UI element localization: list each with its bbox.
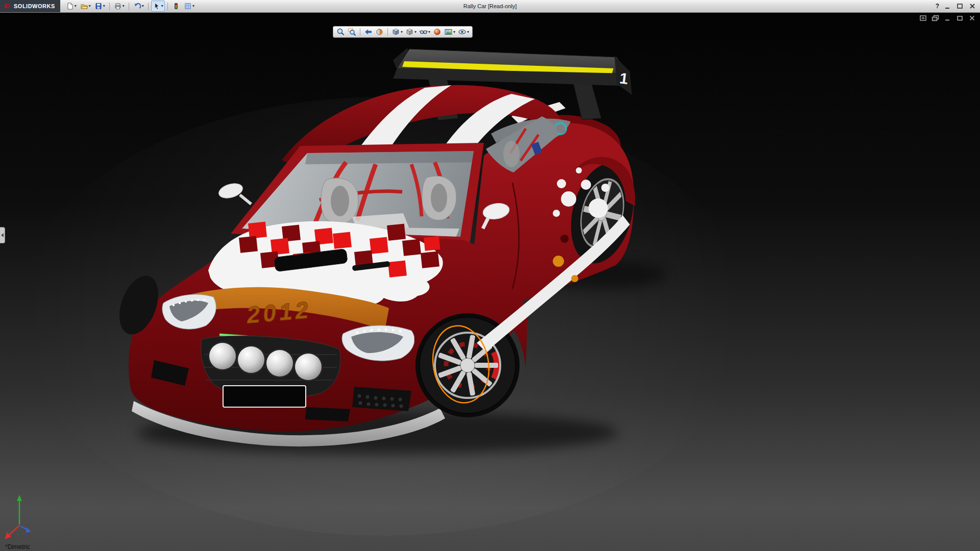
display-style-icon	[405, 28, 414, 36]
window-controls: ?	[936, 3, 980, 10]
previous-view-button[interactable]	[363, 27, 374, 37]
doc-restore-button[interactable]	[956, 15, 964, 21]
view-settings-icon	[458, 28, 467, 36]
doc-close-button[interactable]	[968, 15, 976, 21]
toolbar-separator	[360, 28, 360, 36]
dropdown-arrow-icon[interactable]: ▾	[89, 4, 91, 8]
view-orientation-button[interactable]: ▾	[390, 27, 404, 37]
open-folder-icon	[80, 2, 88, 10]
heads-up-view-toolbar: ▾ ▾ ▾	[333, 26, 473, 38]
view-orientation-label: *Dimetric	[5, 543, 30, 550]
main-toolbar: ▾ ▾ ▾ ▾	[64, 1, 196, 12]
toolbar-separator	[387, 28, 388, 36]
file-properties-icon	[184, 2, 192, 10]
dropdown-arrow-icon[interactable]: ▾	[467, 30, 469, 34]
new-document-button[interactable]: ▾	[64, 1, 78, 12]
hide-show-items-icon	[419, 28, 428, 36]
maximize-button[interactable]	[957, 3, 964, 9]
dropdown-arrow-icon[interactable]: ▾	[161, 4, 163, 8]
scene-canvas[interactable]: 1	[0, 12, 980, 551]
view-settings-button[interactable]: ▾	[457, 27, 470, 37]
license-plate[interactable]	[223, 386, 306, 407]
rally-light-3[interactable]	[266, 350, 293, 377]
dropdown-arrow-icon[interactable]: ▾	[75, 4, 77, 8]
open-document-button[interactable]: ▾	[79, 1, 92, 12]
document-window-controls	[919, 15, 976, 21]
dassault-logo-icon	[3, 2, 11, 10]
rally-light-4[interactable]	[295, 354, 322, 380]
dropdown-arrow-icon[interactable]: ▾	[192, 4, 194, 8]
section-view-button[interactable]	[374, 27, 385, 37]
solidworks-logo: SOLIDWORKS	[0, 0, 60, 12]
rally-light-2[interactable]	[238, 346, 264, 373]
doc-float-button[interactable]	[932, 15, 939, 21]
dropdown-arrow-icon[interactable]: ▾	[103, 4, 105, 8]
zoom-to-fit-icon	[336, 28, 345, 36]
select-button[interactable]: ▾	[151, 1, 165, 12]
help-button[interactable]: ?	[936, 3, 939, 10]
close-button[interactable]	[969, 3, 976, 9]
apply-scene-icon	[444, 28, 453, 36]
toolbar-separator	[109, 3, 110, 10]
apply-scene-button[interactable]: ▾	[443, 27, 456, 37]
undo-button[interactable]: ▾	[132, 1, 145, 12]
dropdown-arrow-icon[interactable]: ▾	[122, 4, 125, 8]
hood-year-decal: 2012	[245, 296, 312, 329]
featuremanager-collapse-tab[interactable]	[0, 227, 5, 243]
toolbar-separator	[148, 3, 149, 10]
chevron-left-icon	[1, 233, 4, 237]
zoom-to-fit-button[interactable]	[335, 27, 346, 37]
dropdown-arrow-icon[interactable]: ▾	[414, 30, 416, 34]
doc-maximize-button[interactable]	[919, 15, 927, 21]
headlight-left[interactable]	[162, 294, 216, 329]
display-style-button[interactable]: ▾	[404, 27, 418, 37]
save-button[interactable]: ▾	[93, 1, 107, 12]
rebuild-icon	[172, 2, 180, 10]
graphics-viewport[interactable]: 1	[0, 12, 980, 551]
app-name: SOLIDWORKS	[14, 3, 55, 9]
hide-show-items-button[interactable]: ▾	[418, 27, 431, 37]
file-properties-button[interactable]: ▾	[182, 1, 196, 12]
select-cursor-icon	[153, 2, 161, 10]
dropdown-arrow-icon[interactable]: ▾	[428, 30, 430, 34]
dropdown-arrow-icon[interactable]: ▾	[142, 4, 144, 8]
section-view-icon	[375, 28, 384, 36]
toolbar-separator	[129, 3, 129, 10]
edit-appearance-button[interactable]	[432, 27, 443, 37]
bumper-vent-right[interactable]	[352, 387, 411, 411]
edit-appearance-icon	[433, 28, 442, 36]
bumper-vent-center[interactable]	[305, 407, 350, 421]
dropdown-arrow-icon[interactable]: ▾	[401, 30, 403, 34]
new-document-icon	[66, 2, 74, 10]
view-orientation-cube-icon	[391, 28, 400, 36]
save-icon	[94, 2, 103, 10]
doc-minimize-button[interactable]	[944, 15, 951, 21]
undo-icon	[133, 2, 141, 10]
print-button[interactable]: ▾	[112, 1, 126, 12]
rally-light-1[interactable]	[209, 343, 236, 369]
toolbar-separator	[167, 3, 168, 10]
dropdown-arrow-icon[interactable]: ▾	[453, 30, 455, 34]
previous-view-icon	[364, 28, 373, 36]
rebuild-button[interactable]	[170, 1, 182, 12]
title-bar: SOLIDWORKS ▾ ▾ ▾	[0, 0, 980, 13]
minimize-button[interactable]	[944, 3, 951, 9]
print-icon	[114, 2, 122, 10]
zoom-to-area-button[interactable]	[347, 27, 357, 37]
zoom-to-area-icon	[348, 28, 356, 36]
